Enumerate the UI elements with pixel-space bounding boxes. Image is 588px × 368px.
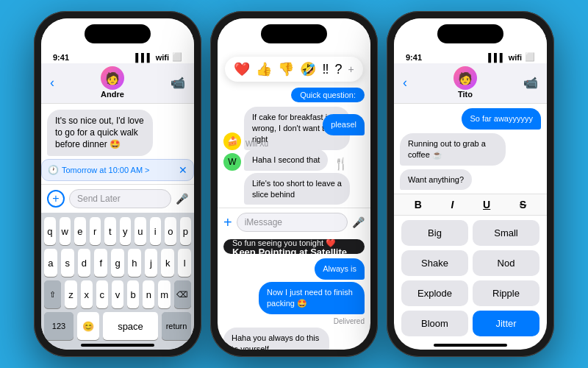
reaction-heart[interactable]: ❤️	[234, 61, 250, 77]
key-n[interactable]: n	[143, 280, 154, 308]
message-r2: Running out to grab a coffee ☕	[400, 133, 541, 166]
schedule-banner[interactable]: 🕐 Tomorrow at 10:00 AM > ✕	[41, 159, 194, 181]
key-g[interactable]: g	[111, 249, 124, 277]
wifi-right: wifi	[509, 53, 522, 62]
effect-nod[interactable]: Nod	[473, 250, 539, 276]
format-bar: B I U S	[394, 194, 547, 216]
reaction-laugh[interactable]: 🤣	[300, 61, 316, 77]
schedule-close-button[interactable]: ✕	[179, 164, 187, 176]
schedule-banner-text: Tomorrow at 10:00 AM >	[62, 166, 150, 174]
key-x[interactable]: x	[81, 280, 93, 308]
key-j[interactable]: j	[145, 249, 158, 277]
effect-bloom[interactable]: Bloom	[401, 311, 468, 336]
reaction-bar[interactable]: ❤️ 👍 👎 🤣 ‼️ ? +	[225, 57, 362, 82]
time-left: 9:41	[53, 53, 69, 62]
nav-bar-right: ‹ 🧑 Tito 📹	[394, 63, 547, 104]
contact-name-left: Andre	[101, 90, 124, 99]
key-v[interactable]: v	[112, 280, 123, 308]
keyboard-row-2: a s d f g h j k l	[44, 249, 191, 277]
key-u[interactable]: u	[135, 217, 146, 245]
reaction-question[interactable]: ?	[334, 62, 342, 77]
mic-icon-center[interactable]: 🎤	[352, 216, 365, 228]
key-w[interactable]: w	[60, 217, 71, 245]
home-indicator-left	[81, 344, 154, 347]
key-e[interactable]: e	[74, 217, 86, 245]
sender-will: Will Xu	[245, 140, 365, 148]
wifi-left: wifi	[156, 53, 169, 62]
key-h[interactable]: h	[128, 249, 141, 277]
haha-bubble: Haha I second that	[244, 149, 328, 171]
contact-name-right: Tito	[458, 90, 473, 99]
key-r[interactable]: r	[90, 217, 101, 245]
key-z[interactable]: z	[65, 280, 76, 308]
effect-jitter[interactable]: Jitter	[473, 311, 539, 336]
dynamic-island-left	[85, 24, 151, 43]
contact-info-right[interactable]: 🧑 Tito	[453, 66, 477, 99]
key-shift[interactable]: ⇧	[44, 280, 61, 308]
format-underline[interactable]: U	[483, 199, 490, 210]
key-k[interactable]: k	[161, 249, 174, 277]
haha-message-row: W Haha I second that 🍴	[223, 149, 365, 171]
format-bold[interactable]: B	[415, 199, 422, 210]
contact-info-left[interactable]: 🧑 Andre	[101, 66, 124, 99]
format-italic[interactable]: I	[451, 199, 454, 210]
video-button-left[interactable]: 📹	[171, 76, 185, 90]
send-later-input-bar: + Send Later 🎤	[41, 184, 194, 213]
send-later-field[interactable]: Send Later	[69, 189, 171, 208]
watch-section: Keep Pointing at Satellite Connected So …	[223, 239, 365, 254]
mic-icon-left[interactable]: 🎤	[176, 193, 188, 205]
signal-left: ▌▌▌	[135, 53, 152, 62]
key-delete[interactable]: ⌫	[174, 280, 191, 308]
effect-big[interactable]: Big	[401, 220, 468, 246]
key-f[interactable]: f	[94, 249, 107, 277]
key-o[interactable]: o	[165, 217, 176, 245]
key-space[interactable]: space	[103, 312, 158, 340]
reaction-thumbup[interactable]: 👍	[256, 61, 272, 77]
key-l[interactable]: l	[178, 249, 191, 277]
reaction-exclaim[interactable]: ‼️	[322, 62, 329, 77]
status-bar-right: 9:41 ▌▌▌ wifi ⬜	[394, 46, 547, 63]
battery-left: ⬜	[172, 52, 182, 62]
key-q[interactable]: q	[44, 217, 56, 245]
key-a[interactable]: a	[44, 249, 57, 277]
key-s[interactable]: s	[61, 249, 74, 277]
effects-panel: Big Small Shake Nod Explode Ripple Bloom…	[394, 216, 547, 341]
input-field-center[interactable]: iMessage	[237, 213, 348, 232]
effects-grid: Big Small Shake Nod Explode Ripple Bloom…	[398, 220, 542, 336]
key-b[interactable]: b	[127, 280, 139, 308]
format-strikethrough[interactable]: S	[520, 199, 526, 210]
will-avatar: W	[223, 153, 241, 171]
effect-small[interactable]: Small	[473, 220, 539, 246]
effect-shake[interactable]: Shake	[401, 250, 468, 276]
back-button-right[interactable]: ‹	[403, 75, 407, 91]
plus-icon-center[interactable]: +	[223, 214, 232, 231]
key-i[interactable]: i	[150, 217, 162, 245]
keyboard-row-4: 123 😊 space return	[44, 312, 191, 340]
haha-you-bubble: Haha you always do this to yourself	[223, 328, 329, 350]
message-r3: Want anything?	[400, 169, 541, 191]
plus-button-left[interactable]: +	[47, 190, 65, 208]
key-t[interactable]: t	[104, 217, 116, 245]
back-button-left[interactable]: ‹	[50, 75, 54, 91]
always-is-bubble: Always is	[315, 258, 365, 280]
watch-message: So fun seeing you tonight ❤️	[232, 239, 336, 248]
effect-explode[interactable]: Explode	[401, 280, 468, 306]
video-button-right[interactable]: 📹	[523, 76, 538, 90]
key-p[interactable]: p	[180, 217, 192, 245]
phone-right: 9:41 ▌▌▌ wifi ⬜ ‹ 🧑 Tito 📹	[387, 11, 554, 357]
key-emoji[interactable]: 😊	[77, 312, 99, 340]
key-y[interactable]: y	[120, 217, 132, 245]
reaction-thumbdown[interactable]: 👎	[278, 61, 294, 77]
bubble-r1: So far awayyyyyy	[462, 108, 541, 130]
key-c[interactable]: c	[96, 280, 108, 308]
effect-ripple[interactable]: Ripple	[473, 280, 539, 306]
reaction-add[interactable]: +	[348, 63, 354, 75]
key-m[interactable]: m	[158, 280, 170, 308]
message-r1: So far awayyyyyy	[400, 108, 541, 130]
signal-right: ▌▌▌	[488, 53, 505, 62]
bubble-m1: It's so nice out, I'd love to go for a q…	[47, 110, 153, 156]
home-indicator-right	[434, 344, 507, 347]
key-return[interactable]: return	[162, 312, 191, 340]
key-d[interactable]: d	[78, 249, 91, 277]
key-numbers[interactable]: 123	[44, 312, 74, 340]
